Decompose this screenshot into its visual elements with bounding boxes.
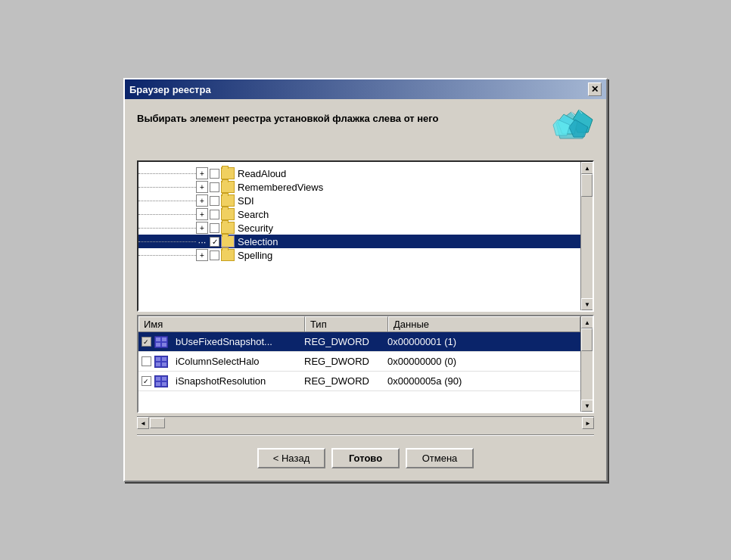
dialog-body: Выбирать элемент реестра установкой флаж…	[125, 99, 606, 481]
scroll-up-button[interactable]: ▲	[581, 162, 593, 174]
tree-item-selection[interactable]: ··· Selection	[138, 235, 580, 248]
tree-checkbox[interactable]	[210, 182, 219, 192]
reg-icon	[154, 335, 169, 349]
tree-checkbox[interactable]	[210, 210, 219, 219]
tree-item-label: Selection	[238, 236, 278, 247]
folder-icon	[221, 167, 235, 179]
tree-item[interactable]: + SDI	[138, 194, 580, 207]
svg-rect-13	[156, 357, 160, 361]
tree-scrollbar[interactable]: ▲ ▼	[580, 162, 593, 310]
tree-expander[interactable]: +	[196, 249, 208, 261]
svg-rect-10	[156, 343, 160, 347]
tree-item-label: SDI	[238, 195, 254, 207]
tree-checkbox[interactable]	[210, 169, 219, 179]
close-button[interactable]: ✕	[588, 82, 602, 96]
header-icon	[549, 108, 594, 150]
row-cb[interactable]	[142, 376, 151, 386]
table-row[interactable]: iSnapshotResolution REG_DWORD 0x0000005a…	[138, 372, 580, 391]
svg-rect-9	[162, 338, 166, 341]
row-checkbox[interactable]	[138, 376, 154, 386]
table-row[interactable]: bUseFixedSnapshot... REG_DWORD 0x0000000…	[138, 332, 580, 352]
svg-rect-21	[162, 382, 166, 386]
table-scrollbar[interactable]: ▲ ▼	[580, 316, 593, 412]
tree-checkbox[interactable]	[210, 196, 219, 206]
finish-button[interactable]: Готово	[331, 448, 400, 468]
reg-icon	[154, 355, 169, 369]
scroll-track[interactable]	[581, 174, 593, 298]
scroll-down-button[interactable]: ▼	[581, 298, 593, 310]
reg-icon	[154, 375, 169, 388]
scroll-thumb[interactable]	[581, 328, 593, 351]
svg-rect-14	[162, 357, 166, 361]
svg-rect-18	[156, 377, 160, 381]
h-scroll-thumb[interactable]	[150, 418, 165, 428]
cancel-button[interactable]: Отмена	[406, 448, 474, 468]
table-panel: Имя Тип Данные	[137, 315, 594, 413]
cell-data: 0x00000000 (0)	[383, 354, 461, 369]
dialog-window: Браузер реестра ✕ Выбирать элемент реест…	[123, 78, 608, 482]
row-cb[interactable]	[142, 337, 151, 347]
tree-item[interactable]: + RememberedViews	[138, 180, 580, 194]
header-text: Выбирать элемент реестра установкой флаж…	[137, 108, 540, 124]
tree-item[interactable]: + ReadAloud	[138, 166, 580, 180]
table-body: bUseFixedSnapshot... REG_DWORD 0x0000000…	[138, 332, 580, 391]
title-bar: Браузер реестра ✕	[125, 79, 606, 99]
scroll-down-button[interactable]: ▼	[581, 400, 593, 412]
cell-name: iColumnSelectHalo	[171, 354, 300, 369]
horizontal-scrollbar[interactable]: ◄ ►	[137, 416, 594, 428]
cell-type: REG_DWORD	[300, 374, 383, 388]
window-title: Браузер реестра	[129, 84, 211, 95]
tree-item[interactable]: + Spelling	[138, 248, 580, 262]
tree-expander[interactable]: +	[196, 222, 208, 234]
tree-expander-dot: ···	[196, 235, 208, 247]
table-header: Имя Тип Данные	[138, 316, 580, 332]
cell-type: REG_DWORD	[300, 354, 383, 369]
svg-rect-19	[162, 377, 166, 381]
cell-name: iSnapshotResolution	[171, 374, 300, 388]
tree-checkbox[interactable]	[210, 223, 219, 233]
col-header-name: Имя	[138, 316, 305, 331]
tree-panel: + ReadAloud + RememberedViews	[137, 160, 594, 312]
row-cb[interactable]	[142, 356, 151, 366]
folder-icon	[221, 249, 235, 261]
cell-data: 0x0000005a (90)	[383, 374, 466, 388]
cell-data: 0x00000001 (1)	[383, 334, 461, 349]
tree-expander[interactable]: +	[196, 181, 208, 193]
svg-rect-11	[162, 343, 166, 347]
tree-item-label: Security	[238, 222, 273, 234]
cell-type: REG_DWORD	[300, 334, 383, 349]
folder-icon	[221, 194, 235, 207]
header-area: Выбирать элемент реестра установкой флаж…	[137, 108, 594, 150]
tree-item[interactable]: + Search	[138, 207, 580, 221]
table-row[interactable]: iColumnSelectHalo REG_DWORD 0x00000000 (…	[138, 352, 580, 372]
tree-item-label: Search	[238, 209, 269, 220]
cell-name: bUseFixedSnapshot...	[171, 334, 300, 349]
tree-item-security[interactable]: + Security	[138, 221, 580, 235]
tree-expander[interactable]: +	[196, 194, 208, 207]
h-scroll-left-button[interactable]: ◄	[137, 417, 149, 429]
svg-rect-15	[156, 362, 160, 366]
tree-item-label: ReadAloud	[238, 168, 286, 179]
back-button[interactable]: < Назад	[257, 448, 325, 468]
scroll-thumb[interactable]	[581, 174, 593, 197]
tree-checkbox-selection[interactable]	[210, 237, 219, 247]
col-header-data: Данные	[388, 316, 580, 331]
separator	[137, 434, 594, 436]
tree-expander[interactable]: +	[196, 208, 208, 220]
scroll-track[interactable]	[581, 328, 593, 400]
tree-content: + ReadAloud + RememberedViews	[138, 162, 580, 266]
folder-icon	[221, 208, 235, 220]
svg-rect-8	[156, 338, 160, 341]
button-bar: < Назад Готово Отмена	[137, 442, 594, 471]
folder-icon	[221, 222, 235, 234]
h-scroll-right-button[interactable]: ►	[582, 417, 594, 429]
tree-checkbox[interactable]	[210, 250, 219, 260]
tree-item-label: RememberedViews	[238, 182, 323, 193]
row-checkbox[interactable]	[138, 356, 154, 366]
folder-icon	[221, 235, 235, 247]
svg-rect-16	[162, 362, 166, 366]
row-checkbox[interactable]	[138, 337, 154, 347]
tree-expander[interactable]: +	[196, 167, 208, 179]
tree-item-label: Spelling	[238, 250, 272, 261]
scroll-up-button[interactable]: ▲	[581, 316, 593, 328]
